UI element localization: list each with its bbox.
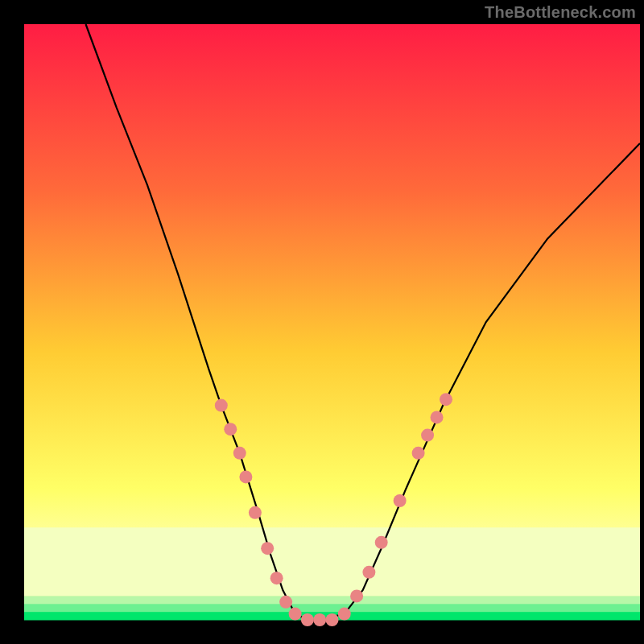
highlight-point — [431, 411, 444, 423]
highlight-point — [224, 423, 237, 436]
watermark-text: TheBottleneck.com — [485, 3, 636, 22]
highlight-point — [239, 470, 252, 483]
highlight-point — [270, 572, 283, 584]
highlight-point — [421, 429, 434, 442]
highlight-point — [289, 608, 302, 621]
pale-band — [24, 527, 640, 596]
highlight-point — [440, 393, 452, 406]
highlight-point — [326, 613, 339, 626]
highlight-point — [233, 447, 246, 460]
highlight-point — [338, 608, 351, 621]
highlight-point — [412, 447, 425, 460]
highlight-point — [375, 536, 388, 549]
highlight-point — [362, 566, 375, 579]
highlight-point — [313, 613, 326, 626]
svg-rect-0 — [24, 596, 640, 604]
highlight-point — [215, 399, 228, 412]
chart-container: TheBottleneck.com — [0, 0, 644, 644]
highlight-point — [279, 596, 292, 609]
highlight-point — [301, 613, 314, 626]
highlight-point — [394, 494, 407, 507]
bottleneck-chart — [0, 0, 644, 644]
svg-rect-1 — [24, 604, 640, 612]
highlight-point — [350, 589, 363, 602]
highlight-point — [249, 506, 262, 519]
highlight-point — [261, 542, 274, 555]
